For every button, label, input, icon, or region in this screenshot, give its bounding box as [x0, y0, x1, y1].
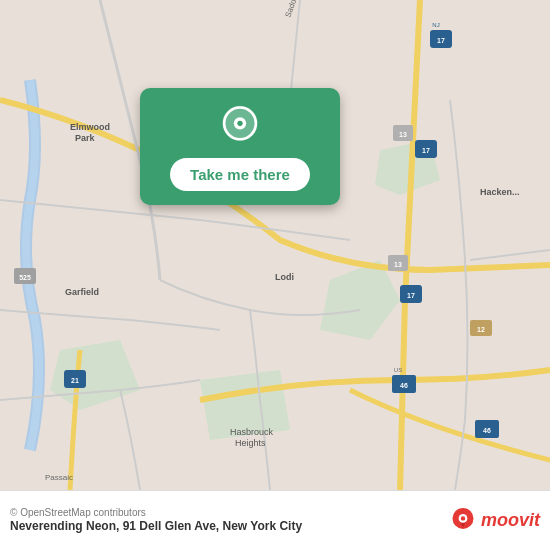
- svg-text:Hasbrouck: Hasbrouck: [230, 427, 274, 437]
- svg-point-39: [237, 121, 242, 126]
- take-me-there-button[interactable]: Take me there: [170, 158, 310, 191]
- svg-text:Lodi: Lodi: [275, 272, 294, 282]
- svg-text:17: 17: [407, 292, 415, 299]
- svg-text:Passaic: Passaic: [45, 473, 73, 482]
- location-pin-icon: [218, 104, 262, 148]
- svg-text:NJ: NJ: [432, 22, 439, 28]
- copyright-text: © OpenStreetMap contributors: [10, 506, 302, 519]
- svg-text:46: 46: [483, 427, 491, 434]
- svg-text:Garfield: Garfield: [65, 287, 99, 297]
- svg-text:Elmwood: Elmwood: [70, 122, 110, 132]
- svg-text:Heights: Heights: [235, 438, 266, 448]
- svg-text:13: 13: [394, 261, 402, 268]
- footer-info: © OpenStreetMap contributors Neverending…: [10, 506, 441, 535]
- map-container: 17 NJ 17 13 13 17 46 US 46 525 21 12 Elm…: [0, 0, 550, 490]
- svg-text:US: US: [394, 367, 402, 373]
- svg-text:17: 17: [437, 37, 445, 44]
- svg-text:Hacken...: Hacken...: [480, 187, 520, 197]
- address-text: Neverending Neon, 91 Dell Glen Ave, New …: [10, 519, 302, 535]
- moovit-pin-icon: [449, 507, 477, 535]
- map-svg: 17 NJ 17 13 13 17 46 US 46 525 21 12 Elm…: [0, 0, 550, 490]
- footer-bar: © OpenStreetMap contributors Neverending…: [0, 490, 550, 550]
- svg-text:21: 21: [71, 377, 79, 384]
- svg-text:46: 46: [400, 382, 408, 389]
- svg-text:Park: Park: [75, 133, 96, 143]
- svg-text:12: 12: [477, 326, 485, 333]
- svg-text:17: 17: [422, 147, 430, 154]
- location-card[interactable]: Take me there: [140, 88, 340, 205]
- moovit-logo: moovit: [449, 507, 540, 535]
- svg-text:525: 525: [19, 274, 31, 281]
- moovit-brand-text: moovit: [481, 510, 540, 531]
- footer-text-area: © OpenStreetMap contributors Neverending…: [10, 506, 302, 535]
- svg-text:13: 13: [399, 131, 407, 138]
- svg-point-42: [461, 516, 465, 520]
